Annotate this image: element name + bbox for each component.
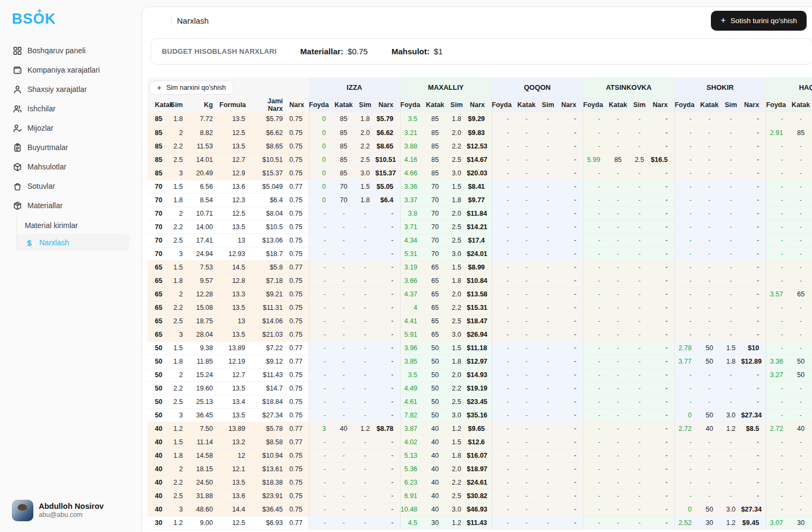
cell-maxalliy-katak: 85 (424, 153, 446, 166)
cell-qoqon-narx: - (558, 422, 583, 435)
cell-qoqon-foyda: - (492, 449, 515, 462)
cell-atsinkovka-narx: - (650, 422, 674, 435)
sidebar-item-buyurtmalar[interactable]: Buyurtmalar (8, 138, 130, 157)
cell-qoqon-katak: - (515, 368, 538, 381)
cell-shokir-sim: - (721, 193, 741, 207)
sidebar-item-ishchilar[interactable]: Ishchilar (8, 100, 130, 118)
cell-jami-narx: $8.65 (252, 139, 289, 153)
cell-izza-katak: 85 (332, 153, 355, 166)
sidebar-item-label: Boshqaruv paneli (27, 46, 86, 55)
sidebar-item-sotuvlar[interactable]: Sotuvlar (8, 177, 130, 195)
table-row: 651.57.5314.5$5.80.77----3.19651.5$8.99-… (147, 260, 812, 274)
cell-izza-narx: $10.51 (375, 153, 400, 166)
divider (171, 16, 172, 25)
cell-maxalliy-katak: 65 (424, 260, 446, 274)
cell-izza-narx: - (375, 381, 400, 395)
cell-shokir-katak: - (698, 260, 721, 274)
sidebar-item-shaxsiy-xarajatlar[interactable]: Shaxsiy xarajatlar (8, 80, 130, 98)
user-menu[interactable]: Abdulloh Nosirov abu@abu.com (8, 495, 130, 526)
table-row: 65212.2813.3$9.210.75----4.37652.0$13.58… (147, 287, 812, 301)
cell-izza-sim: - (355, 368, 375, 381)
cell-shokir-narx: - (741, 112, 766, 126)
cell-kg: 10.71 (189, 207, 219, 220)
cell-kg: 7.50 (189, 422, 219, 435)
cell-maxalliy-narx: $46.93 (467, 502, 492, 516)
cell-atsinkovka-narx: - (650, 502, 674, 516)
cell-katak: 40 (147, 435, 169, 449)
group-header-haqbe: HAQBE (766, 77, 812, 97)
cell-atsinkovka-foyda: - (583, 489, 607, 502)
sidebar-item-materiallar[interactable]: Materiallar (8, 196, 130, 215)
cell-izza-katak: - (332, 233, 355, 247)
cell-katak: 40 (147, 449, 169, 462)
cell-qoqon-sim: - (538, 328, 558, 341)
cell-jami-narx: $13.61 (252, 462, 289, 476)
cell-haqbe-katak: - (789, 274, 812, 287)
sidebar-item-kompaniya-xarajatlari[interactable]: Kompaniya xarajatlari (8, 61, 130, 79)
cell-maxalliy-foyda: 4.49 (400, 381, 424, 395)
cell-narx: 0.75 (289, 476, 309, 489)
cell-narx: 0.75 (289, 314, 309, 328)
cell-izza-narx: - (375, 287, 400, 301)
sidebar-item-narxlash[interactable]: $Narxlash (17, 234, 130, 251)
cell-jami-narx: $8.04 (252, 207, 289, 220)
cell-qoqon-sim: - (538, 260, 558, 274)
cell-maxalliy-narx: $18.97 (467, 462, 492, 476)
group-header-qoqon: QOQON (492, 77, 583, 97)
cell-qoqon-katak: - (515, 207, 538, 220)
cell-maxalliy-foyda: 4.02 (400, 435, 424, 449)
cell-qoqon-narx: - (558, 166, 583, 180)
cell-atsinkovka-sim: - (629, 220, 650, 233)
sidebar-item-mijozlar[interactable]: Mijozlar (8, 119, 130, 137)
cell-maxalliy-foyda: 5.91 (400, 328, 424, 341)
cell-izza-katak: - (332, 274, 355, 287)
cell-maxalliy-narx: $14.93 (467, 368, 492, 381)
cell-haqbe-katak: - (789, 233, 812, 247)
cell-katak: 50 (147, 341, 169, 354)
cell-atsinkovka-foyda: - (583, 220, 607, 233)
cell-haqbe-foyda: - (766, 449, 789, 462)
cell-atsinkovka-foyda: - (583, 502, 607, 516)
cell-maxalliy-narx: $9.29 (467, 112, 492, 126)
cell-maxalliy-narx: $12.6 (467, 435, 492, 449)
cell-maxalliy-sim: 2.5 (446, 395, 467, 408)
add-sale-type-button[interactable]: + Sotish turini qo'shish (711, 11, 807, 31)
sidebar-item-mahsulotlar[interactable]: Mahsulotlar (8, 158, 130, 176)
cell-shokir-narx: $8.5 (741, 422, 766, 435)
cell-qoqon-sim: - (538, 516, 558, 529)
cell-katak: 50 (147, 408, 169, 422)
cell-formula: 13.5 (219, 381, 252, 395)
cell-kg: 11.14 (189, 435, 219, 449)
table-row: 501.59.3813.89$7.220.77----3.96501.5$11.… (147, 341, 812, 354)
cell-atsinkovka-katak: - (607, 422, 629, 435)
cell-narx: 0.75 (289, 408, 309, 422)
table-row: 70210.7112.5$8.040.75----3.8702.0$11.84-… (147, 207, 812, 220)
cell-qoqon-sim: - (538, 247, 558, 260)
plus-icon: + (721, 16, 725, 25)
cell-izza-narx: - (375, 408, 400, 422)
sidebar-item-boshqaruv-paneli[interactable]: Boshqaruv paneli (8, 41, 130, 60)
cell-narx: 0.75 (289, 449, 309, 462)
topbar: Narxlash + Sotish turini qo'shish (142, 7, 812, 34)
cell-kg: 7.72 (189, 112, 219, 126)
cell-izza-katak: - (332, 287, 355, 301)
cell-qoqon-narx: - (558, 220, 583, 233)
cell-izza-foyda: - (309, 247, 332, 260)
cell-atsinkovka-katak: - (607, 180, 629, 193)
cell-shokir-narx: - (741, 287, 766, 301)
cell-qoqon-narx: - (558, 153, 583, 166)
cell-qoqon-katak: - (515, 354, 538, 368)
cell-maxalliy-foyda: 4 (400, 301, 424, 314)
sidebar-toggle-button[interactable] (149, 12, 166, 29)
cell-kg: 11.53 (189, 139, 219, 153)
sidebar-item-material-kirimlar[interactable]: Material kirimlar (17, 217, 130, 234)
cell-maxalliy-narx: $16.07 (467, 449, 492, 462)
cell-shokir-sim: 3.0 (721, 502, 741, 516)
cell-atsinkovka-katak: - (607, 462, 629, 476)
add-sim-price-button[interactable]: +Sim narxini qo'shish (149, 81, 233, 95)
cell-maxalliy-sim: 2.2 (446, 476, 467, 489)
col-header-izza-sim: Sim (355, 97, 375, 112)
cell-qoqon-katak: - (515, 328, 538, 341)
cell-haqbe-katak: - (789, 408, 812, 422)
cell-shokir-narx: - (741, 395, 766, 408)
